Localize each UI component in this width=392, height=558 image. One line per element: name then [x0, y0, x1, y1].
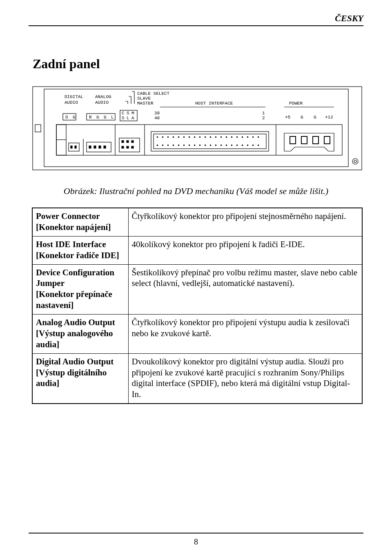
row-subterm: [Konektor přepínače nastavení] — [36, 289, 125, 311]
svg-rect-38 — [89, 146, 91, 148]
svg-rect-86 — [226, 145, 227, 146]
table-row: Host IDE Interface [Konektor řadiče IDE]… — [32, 236, 362, 264]
row-term: Host IDE Interface — [36, 239, 125, 250]
svg-rect-90 — [247, 145, 248, 146]
svg-text:G: G — [314, 115, 316, 120]
rear-panel-diagram: DIGITAL ANALOG AUDIO AUDIO CABLE SELECT … — [32, 86, 363, 172]
header-rule — [29, 25, 363, 26]
label-slave: SLAVE — [137, 96, 151, 101]
svg-rect-45 — [127, 141, 129, 143]
svg-rect-65 — [220, 136, 222, 138]
label-audio2: AUDIO — [95, 100, 109, 105]
svg-rect-51 — [151, 132, 269, 151]
svg-rect-94 — [290, 136, 296, 144]
svg-rect-48 — [127, 146, 129, 148]
svg-rect-89 — [242, 145, 243, 146]
label-digital: DIGITAL — [65, 94, 83, 99]
svg-rect-39 — [94, 146, 96, 148]
svg-rect-84 — [215, 145, 216, 146]
table-row: Digital Audio Output [Výstup digitálního… — [32, 353, 362, 404]
svg-rect-77 — [178, 145, 179, 146]
svg-text:C: C — [122, 111, 125, 116]
svg-rect-53 — [157, 136, 158, 138]
svg-point-3 — [354, 160, 356, 163]
svg-rect-95 — [301, 136, 307, 144]
svg-rect-74 — [162, 145, 163, 146]
table-row: Power Connector [Konektor napájení] Čtyř… — [32, 208, 362, 236]
svg-text:40: 40 — [154, 116, 160, 121]
svg-rect-49 — [131, 146, 134, 148]
svg-text:D: D — [65, 115, 68, 120]
svg-point-2 — [352, 158, 358, 164]
svg-rect-71 — [252, 136, 254, 138]
svg-rect-60 — [194, 136, 195, 138]
svg-rect-62 — [205, 136, 206, 138]
svg-rect-56 — [173, 136, 174, 138]
label-host-interface: HOST INTERFACE — [195, 101, 233, 106]
row-term: Analog Audio Output — [36, 317, 125, 328]
svg-text:G: G — [301, 115, 303, 120]
svg-rect-82 — [205, 145, 206, 146]
row-subterm: [Konektor napájení] — [36, 222, 125, 233]
svg-rect-52 — [154, 134, 266, 149]
svg-rect-40 — [99, 146, 101, 148]
svg-rect-85 — [220, 145, 222, 146]
svg-text:1: 1 — [262, 111, 265, 116]
svg-rect-43 — [119, 138, 140, 152]
svg-rect-30 — [56, 125, 342, 155]
svg-rect-76 — [173, 145, 174, 146]
row-desc: Čtyřkolíkový konektor pro připojení stej… — [128, 208, 362, 236]
language-tag: ČESKY — [335, 13, 363, 24]
svg-rect-67 — [231, 136, 232, 138]
svg-rect-46 — [131, 141, 134, 143]
footer-rule — [29, 533, 363, 533]
svg-text:+5: +5 — [285, 115, 290, 120]
label-cableselect: CABLE SELECT — [137, 91, 170, 96]
row-subterm: [Výstup digitálního audia] — [36, 367, 125, 389]
row-desc: Šestikolíkový přepínač pro volbu režimu … — [128, 264, 362, 315]
row-term: Power Connector — [36, 211, 125, 222]
connector-table: Power Connector [Konektor napájení] Čtyř… — [32, 208, 363, 404]
svg-text:G: G — [96, 115, 99, 120]
row-desc: 40kolíkový konektor pro připojení k řadi… — [128, 236, 362, 264]
svg-rect-81 — [199, 145, 200, 146]
svg-rect-78 — [183, 145, 185, 146]
svg-rect-91 — [252, 145, 254, 146]
svg-rect-87 — [231, 145, 232, 146]
svg-text:+12: +12 — [325, 115, 333, 120]
svg-rect-96 — [313, 136, 318, 144]
svg-rect-75 — [167, 145, 169, 146]
svg-rect-83 — [210, 145, 211, 146]
svg-rect-33 — [69, 143, 79, 151]
svg-rect-70 — [247, 136, 248, 138]
label-audio1: AUDIO — [65, 100, 78, 105]
row-subterm: [Konektor řadiče IDE] — [36, 250, 125, 261]
svg-text:M: M — [131, 111, 134, 116]
svg-text:39: 39 — [154, 111, 160, 116]
row-desc: Dvoukolíkový konektor pro digitální výst… — [128, 353, 362, 404]
svg-rect-35 — [75, 146, 76, 148]
svg-text:S: S — [122, 116, 125, 121]
svg-rect-63 — [210, 136, 211, 138]
svg-rect-44 — [122, 141, 124, 143]
svg-rect-64 — [215, 136, 216, 138]
page-title: Zadní panel — [33, 56, 100, 71]
svg-rect-80 — [194, 145, 195, 146]
label-power: POWER — [289, 101, 303, 106]
svg-rect-72 — [258, 136, 259, 138]
row-desc: Čtyřkolíkový konektor pro připojení výst… — [128, 315, 362, 354]
svg-rect-79 — [189, 145, 190, 146]
svg-text:G: G — [104, 115, 107, 120]
svg-rect-88 — [236, 145, 238, 146]
svg-text:L: L — [111, 115, 114, 120]
svg-text:A: A — [131, 116, 134, 121]
label-analog: ANALOG — [95, 94, 111, 99]
svg-rect-58 — [183, 136, 185, 138]
svg-rect-34 — [71, 146, 72, 148]
svg-rect-61 — [199, 136, 200, 138]
svg-rect-66 — [226, 136, 227, 138]
row-term: Digital Audio Output — [36, 356, 125, 367]
table-row: Analog Audio Output [Výstup analogového … — [32, 315, 362, 354]
table-row: Device Configuration Jumper [Konektor př… — [32, 264, 362, 315]
svg-rect-54 — [162, 136, 163, 138]
